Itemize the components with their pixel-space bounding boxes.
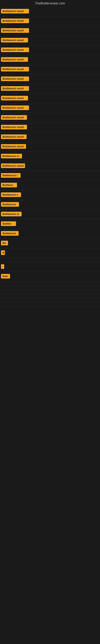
bottleneck-result-badge[interactable]: Bottlen: [1, 222, 16, 226]
bottleneck-result-badge[interactable]: Bottleneck: [1, 231, 19, 236]
bottleneck-result-badge[interactable]: Bottleneck result: [1, 115, 27, 120]
list-item: [0, 286, 100, 290]
bottleneck-result-badge[interactable]: Bottleneck result: [1, 106, 29, 110]
list-item: [0, 303, 100, 307]
list-item: Bottlen: [0, 219, 100, 229]
list-item: Bottleneck result: [0, 65, 100, 74]
bottleneck-result-badge[interactable]: Bottleneck result: [1, 67, 29, 72]
list-item: Bottleneck re: [0, 210, 100, 219]
bottleneck-result-badge[interactable]: ·: [1, 264, 4, 269]
bottleneck-result-badge[interactable]: Bottleneck re: [1, 154, 22, 158]
list-item: B: [0, 248, 100, 258]
list-item: [0, 258, 100, 262]
list-item: Bottleneck: [0, 200, 100, 210]
list-item: Bottleneck result: [0, 16, 100, 26]
bottleneck-result-badge[interactable]: Bottleneck re: [1, 212, 22, 216]
bottleneck-result-badge[interactable]: Bott: [1, 274, 10, 278]
list-item: Bottleneck result: [0, 94, 100, 104]
list-item: [0, 282, 100, 286]
bottleneck-result-badge[interactable]: Bottleneck result: [1, 28, 29, 33]
list-item: Bottleneck result: [0, 162, 100, 171]
list-item: Bottleneck result: [0, 104, 100, 113]
list-item: Bottleneck n: [0, 190, 100, 200]
bottleneck-result-badge[interactable]: Bottleneck n: [1, 192, 21, 197]
bottleneck-result-badge[interactable]: Bottleneck result: [1, 125, 27, 130]
list-item: Bottleneck: [0, 229, 100, 239]
bottleneck-result-badge[interactable]: Bo: [1, 241, 8, 245]
list-item: Bo: [0, 239, 100, 248]
list-item: Bottleneck re: [0, 152, 100, 162]
bottleneck-result-badge[interactable]: Bottleneck result: [1, 96, 28, 100]
list-item: Bottleneck result: [0, 132, 100, 142]
list-item: Bottleneck result: [0, 55, 100, 65]
bottleneck-result-badge[interactable]: Bottleneck result: [1, 57, 28, 62]
bottleneck-result-badge[interactable]: Bottleneck result: [1, 144, 26, 149]
list-item: Bottleneck result: [0, 84, 100, 94]
list-item: Bottleneck result: [0, 26, 100, 36]
list-item: [0, 298, 100, 303]
bottleneck-result-badge[interactable]: Bottleneck result: [1, 48, 29, 52]
bottleneck-result-badge[interactable]: Bottleneck r: [1, 173, 21, 178]
bottleneck-result-badge[interactable]: B: [1, 250, 5, 255]
site-title: TheBottlenecker.com: [0, 0, 100, 7]
list-item: Bott: [0, 272, 100, 282]
bottleneck-result-badge[interactable]: Bottleneck result: [1, 164, 25, 168]
list-item: Bottleneck r: [0, 171, 100, 181]
bottleneck-result-badge[interactable]: Bottleneck result: [1, 134, 27, 139]
list-item: Bottleneck result: [0, 7, 100, 16]
list-item: Bottleneck result: [0, 36, 100, 46]
list-item: Bottleneck result: [0, 123, 100, 132]
list-item: Bottlene: [0, 181, 100, 190]
bottleneck-result-badge[interactable]: Bottlene: [1, 183, 17, 187]
bottleneck-result-badge[interactable]: Bottleneck result: [1, 38, 28, 42]
bottleneck-result-badge[interactable]: Bottleneck result: [1, 9, 29, 14]
list-item: Bottleneck result: [0, 74, 100, 84]
list-item: Bottleneck result: [0, 46, 100, 55]
bottleneck-result-badge[interactable]: Bottleneck result: [1, 86, 29, 91]
bottleneck-result-badge[interactable]: Bottleneck: [1, 202, 19, 207]
list-item: ·: [0, 262, 100, 272]
list-item: Bottleneck result: [0, 113, 100, 123]
list-item: [0, 294, 100, 298]
list-item: Bottleneck result: [0, 142, 100, 152]
list-item: [0, 290, 100, 294]
bottleneck-result-badge[interactable]: Bottleneck result: [1, 18, 29, 23]
site-title-text: TheBottlenecker.com: [35, 2, 65, 5]
bottleneck-result-badge[interactable]: Bottleneck result: [1, 76, 29, 81]
